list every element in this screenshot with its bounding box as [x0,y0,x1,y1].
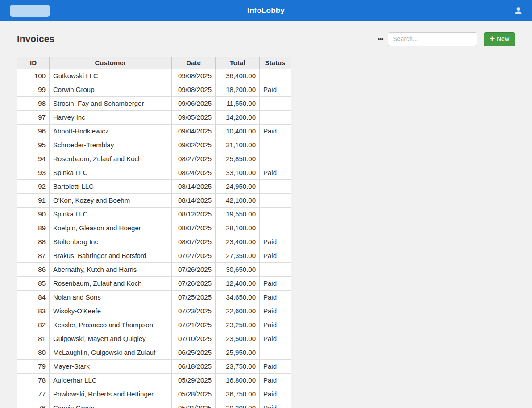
top-navigation-bar: InfoLobby [0,0,532,21]
table-row[interactable]: 93Spinka LLC08/24/202533,100.00Paid [17,166,291,180]
cell-status [260,221,291,235]
cell-date: 09/06/2025 [172,97,216,111]
cell-status [260,180,291,194]
cell-id: 93 [17,166,50,180]
cell-status: Paid [260,374,291,387]
cell-date: 07/23/2025 [172,304,216,318]
new-record-button[interactable]: + New [484,32,515,46]
cell-customer: Corwin Group [50,401,172,408]
table-row[interactable]: 76Corwin Group05/21/202520,200.00Paid [17,401,291,408]
cell-date: 05/21/2025 [172,401,216,408]
cell-total: 16,800.00 [216,374,260,387]
table-row[interactable]: 79Mayer-Stark06/18/202523,750.00Paid [17,360,291,374]
table-row[interactable]: 90Spinka LLC08/12/202519,550.00 [17,208,291,221]
cell-date: 09/02/2025 [172,138,216,152]
cell-id: 94 [17,152,50,166]
cell-customer: Powlowski, Roberts and Hettinger [50,387,172,401]
cell-customer: Wisoky-O'Keefe [50,304,172,318]
table-row[interactable]: 83Wisoky-O'Keefe07/23/202522,600.00Paid [17,304,291,318]
cell-customer: Koelpin, Gleason and Hoeger [50,221,172,235]
cell-id: 84 [17,291,50,304]
column-header-date[interactable]: Date [172,57,216,69]
column-header-status[interactable]: Status [260,57,291,69]
table-row[interactable]: 100Gutkowski LLC09/08/202536,400.00 [17,69,291,83]
cell-total: 20,200.00 [216,401,260,408]
cell-status [260,263,291,277]
table-row[interactable]: 94Rosenbaum, Zulauf and Koch08/27/202525… [17,152,291,166]
table-row[interactable]: 78Aufderhar LLC05/29/202516,800.00Paid [17,374,291,387]
nav-pill-button[interactable] [10,5,50,17]
table-row[interactable]: 91O'Kon, Kozey and Boehm08/14/202542,100… [17,194,291,208]
cell-status [260,208,291,221]
table-row[interactable]: 95Schroeder-Tremblay09/02/202531,100.00 [17,138,291,152]
cell-total: 28,100.00 [216,221,260,235]
cell-status: Paid [260,318,291,332]
cell-total: 11,550.00 [216,97,260,111]
table-row[interactable]: 84Nolan and Sons07/25/202534,650.00Paid [17,291,291,304]
cell-customer: Rosenbaum, Zulauf and Koch [50,152,172,166]
cell-date: 09/08/2025 [172,83,216,97]
ellipsis-icon: ••• [378,35,383,43]
cell-date: 07/10/2025 [172,332,216,346]
cell-status: Paid [260,166,291,180]
column-header-total[interactable]: Total [216,57,260,69]
cell-id: 100 [17,69,50,83]
table-row[interactable]: 87Brakus, Bahringer and Botsford07/27/20… [17,249,291,263]
cell-customer: Brakus, Bahringer and Botsford [50,249,172,263]
cell-date: 07/26/2025 [172,277,216,291]
table-row[interactable]: 88Stoltenberg Inc08/07/202523,400.00Paid [17,235,291,249]
search-input[interactable] [388,32,477,46]
cell-date: 09/08/2025 [172,69,216,83]
user-menu-button[interactable] [514,6,523,16]
table-row[interactable]: 96Abbott-Hodkiewicz09/04/202510,400.00Pa… [17,125,291,138]
cell-customer: Rosenbaum, Zulauf and Koch [50,277,172,291]
cell-date: 08/07/2025 [172,235,216,249]
cell-total: 33,100.00 [216,166,260,180]
cell-customer: Corwin Group [50,83,172,97]
page-header: Invoices ••• + New [17,32,515,46]
cell-total: 22,600.00 [216,304,260,318]
cell-total: 25,950.00 [216,346,260,360]
cell-date: 08/12/2025 [172,208,216,221]
cell-status [260,69,291,83]
cell-total: 36,400.00 [216,69,260,83]
cell-date: 05/28/2025 [172,387,216,401]
table-row[interactable]: 81Gulgowski, Mayert and Quigley07/10/202… [17,332,291,346]
cell-total: 25,850.00 [216,152,260,166]
table-row[interactable]: 98Strosin, Fay and Schamberger09/06/2025… [17,97,291,111]
invoice-table-body: 100Gutkowski LLC09/08/202536,400.0099Cor… [17,69,291,408]
column-header-id[interactable]: ID [17,57,50,69]
table-row[interactable]: 77Powlowski, Roberts and Hettinger05/28/… [17,387,291,401]
table-row[interactable]: 89Koelpin, Gleason and Hoeger08/07/20252… [17,221,291,235]
cell-customer: Aufderhar LLC [50,374,172,387]
app-title: InfoLobby [247,6,285,15]
cell-total: 24,950.00 [216,180,260,194]
cell-date: 07/21/2025 [172,318,216,332]
more-options-button[interactable]: ••• [376,36,385,42]
cell-status: Paid [260,387,291,401]
cell-total: 23,250.00 [216,318,260,332]
cell-date: 09/04/2025 [172,125,216,138]
cell-status: Paid [260,332,291,346]
column-header-customer[interactable]: Customer [50,57,172,69]
cell-id: 77 [17,387,50,401]
table-row[interactable]: 86Abernathy, Kutch and Harris07/26/20253… [17,263,291,277]
table-row[interactable]: 92Bartoletti LLC08/14/202524,950.00 [17,180,291,194]
cell-status [260,346,291,360]
table-row[interactable]: 85Rosenbaum, Zulauf and Koch07/26/202512… [17,277,291,291]
table-row[interactable]: 99Corwin Group09/08/202518,200.00Paid [17,83,291,97]
table-row[interactable]: 97Harvey Inc09/05/202514,200.00 [17,111,291,125]
plus-icon: + [490,34,495,42]
cell-customer: Abbott-Hodkiewicz [50,125,172,138]
cell-id: 88 [17,235,50,249]
cell-total: 31,100.00 [216,138,260,152]
cell-total: 23,750.00 [216,360,260,374]
table-row[interactable]: 82Kessler, Prosacco and Thompson07/21/20… [17,318,291,332]
cell-date: 06/25/2025 [172,346,216,360]
table-row[interactable]: 80McLaughlin, Gulgowski and Zulauf06/25/… [17,346,291,360]
cell-id: 79 [17,360,50,374]
cell-id: 89 [17,221,50,235]
cell-status [260,152,291,166]
cell-status: Paid [260,235,291,249]
cell-id: 91 [17,194,50,208]
